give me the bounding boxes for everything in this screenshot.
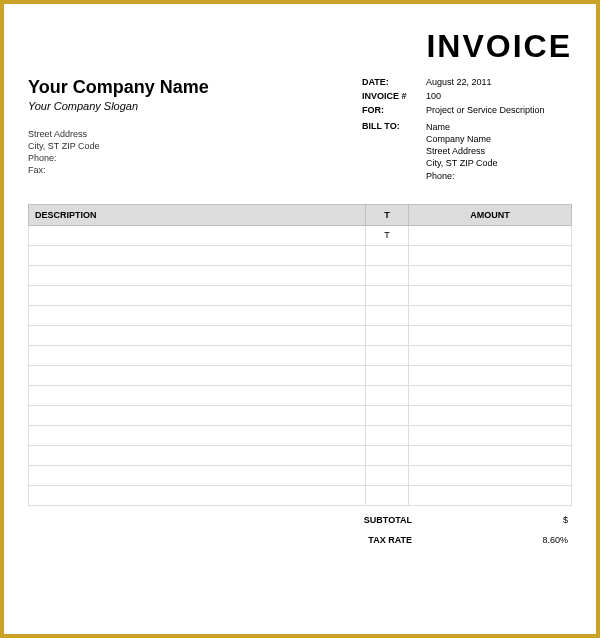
cell-amount — [409, 465, 572, 485]
cell-description — [29, 225, 366, 245]
company-block: Your Company Name Your Company Slogan St… — [28, 77, 362, 177]
header-section: Your Company Name Your Company Slogan St… — [28, 77, 572, 186]
cell-description — [29, 325, 366, 345]
footer-section: SUBTOTAL $ TAX RATE 8.60% — [28, 510, 572, 550]
table-row — [29, 425, 572, 445]
table-row — [29, 485, 572, 505]
cell-amount — [409, 265, 572, 285]
cell-amount — [409, 245, 572, 265]
cell-t — [365, 285, 408, 305]
meta-block: DATE: August 22, 2011 INVOICE # 100 FOR:… — [362, 77, 572, 186]
subtotal-value: $ — [432, 515, 572, 525]
th-t: T — [365, 204, 408, 225]
cell-amount — [409, 305, 572, 325]
cell-description — [29, 365, 366, 385]
cell-amount — [409, 225, 572, 245]
cell-description — [29, 445, 366, 465]
date-value: August 22, 2011 — [426, 77, 572, 87]
company-phone-label: Phone: — [28, 152, 362, 164]
table-row — [29, 325, 572, 345]
table-row — [29, 405, 572, 425]
cell-t — [365, 405, 408, 425]
meta-for: FOR: Project or Service Description — [362, 105, 572, 115]
cell-amount — [409, 425, 572, 445]
cell-t — [365, 465, 408, 485]
cell-t — [365, 305, 408, 325]
th-amount: AMOUNT — [409, 204, 572, 225]
cell-t — [365, 445, 408, 465]
billto-citystzip: City, ST ZIP Code — [426, 157, 572, 169]
cell-amount — [409, 285, 572, 305]
table-header-row: DESCRIPTION T AMOUNT — [29, 204, 572, 225]
table-row — [29, 245, 572, 265]
meta-invoice-num: INVOICE # 100 — [362, 91, 572, 101]
th-description: DESCRIPTION — [29, 204, 366, 225]
for-label: FOR: — [362, 105, 426, 115]
billto-name: Name — [426, 121, 572, 133]
cell-amount — [409, 365, 572, 385]
cell-t — [365, 485, 408, 505]
cell-t — [365, 325, 408, 345]
table-row — [29, 265, 572, 285]
company-street: Street Address — [28, 128, 362, 140]
meta-billto: BILL TO: Name Company Name Street Addres… — [362, 121, 572, 182]
invoice-title: INVOICE — [426, 28, 572, 64]
cell-t — [365, 265, 408, 285]
cell-t — [365, 425, 408, 445]
table-row — [29, 465, 572, 485]
cell-description — [29, 385, 366, 405]
cell-description — [29, 485, 366, 505]
cell-description — [29, 245, 366, 265]
items-table-area: DESCRIPTION T AMOUNT T — [28, 204, 572, 506]
footer-subtotal: SUBTOTAL $ — [28, 510, 572, 530]
date-label: DATE: — [362, 77, 426, 87]
cell-description — [29, 465, 366, 485]
table-row — [29, 285, 572, 305]
cell-amount — [409, 485, 572, 505]
cell-amount — [409, 325, 572, 345]
cell-description — [29, 285, 366, 305]
cell-description — [29, 425, 366, 445]
items-table: DESCRIPTION T AMOUNT T — [28, 204, 572, 506]
taxrate-label: TAX RATE — [332, 535, 432, 545]
invoice-num-label: INVOICE # — [362, 91, 426, 101]
company-slogan: Your Company Slogan — [28, 100, 362, 112]
billto-street: Street Address — [426, 145, 572, 157]
cell-t — [365, 385, 408, 405]
billto-label: BILL TO: — [362, 121, 426, 182]
table-row: T — [29, 225, 572, 245]
title-row: INVOICE — [28, 28, 572, 65]
footer-taxrate: TAX RATE 8.60% — [28, 530, 572, 550]
subtotal-label: SUBTOTAL — [332, 515, 432, 525]
table-row — [29, 445, 572, 465]
cell-t — [365, 365, 408, 385]
cell-t: T — [365, 225, 408, 245]
cell-description — [29, 265, 366, 285]
billto-company: Company Name — [426, 133, 572, 145]
cell-amount — [409, 385, 572, 405]
company-name: Your Company Name — [28, 77, 362, 98]
for-value: Project or Service Description — [426, 105, 572, 115]
meta-date: DATE: August 22, 2011 — [362, 77, 572, 87]
table-row — [29, 345, 572, 365]
table-row — [29, 365, 572, 385]
taxrate-value: 8.60% — [432, 535, 572, 545]
cell-t — [365, 345, 408, 365]
cell-amount — [409, 345, 572, 365]
cell-t — [365, 245, 408, 265]
company-citystzip: City, ST ZIP Code — [28, 140, 362, 152]
invoice-content: INVOICE Your Company Name Your Company S… — [4, 4, 596, 550]
cell-amount — [409, 405, 572, 425]
cell-description — [29, 405, 366, 425]
company-fax-label: Fax: — [28, 164, 362, 176]
billto-block: Name Company Name Street Address City, S… — [426, 121, 572, 182]
invoice-frame: INVOICE Your Company Name Your Company S… — [0, 0, 600, 638]
cell-description — [29, 345, 366, 365]
invoice-num-value: 100 — [426, 91, 572, 101]
cell-amount — [409, 445, 572, 465]
billto-phone-label: Phone: — [426, 170, 572, 182]
table-row — [29, 385, 572, 405]
table-body: T — [29, 225, 572, 505]
table-row — [29, 305, 572, 325]
cell-description — [29, 305, 366, 325]
